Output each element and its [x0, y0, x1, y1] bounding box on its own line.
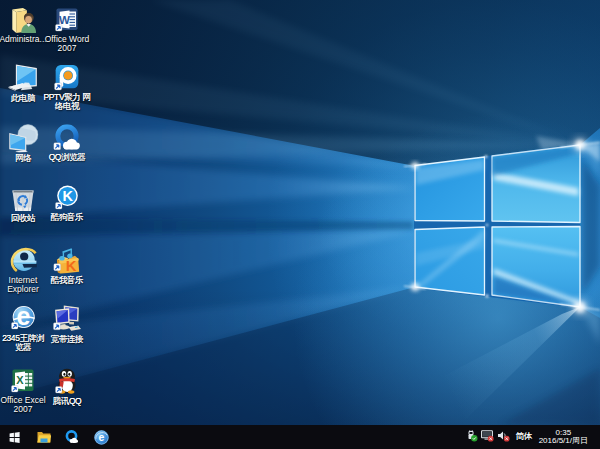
svg-text:K: K: [62, 188, 73, 204]
svg-text:X: X: [16, 374, 24, 386]
svg-text:W: W: [59, 14, 70, 26]
svg-text:K: K: [66, 258, 77, 274]
